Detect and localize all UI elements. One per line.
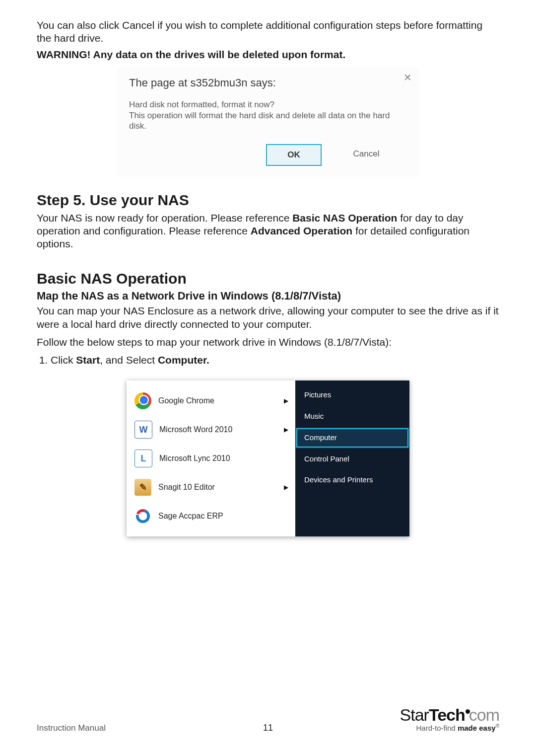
start-item-label: Microsoft Word 2010 bbox=[159, 425, 232, 435]
sage-icon bbox=[134, 508, 151, 525]
start-right-devices-printers[interactable]: Devices and Printers bbox=[295, 469, 409, 491]
start-right-pictures[interactable]: Pictures bbox=[295, 384, 409, 406]
close-icon[interactable]: ✕ bbox=[402, 72, 413, 83]
step-item-1: Click Start, and Select Computer. bbox=[51, 354, 499, 367]
snagit-icon: ✎ bbox=[134, 479, 151, 496]
text: Your NAS is now ready for operation. Ple… bbox=[37, 212, 292, 224]
step5-paragraph: Your NAS is now ready for operation. Ple… bbox=[37, 212, 499, 251]
page-number: 11 bbox=[37, 722, 499, 734]
ref-advanced-operation: Advanced Operation bbox=[251, 225, 352, 236]
map-drive-p2: Follow the below steps to map your netwo… bbox=[37, 336, 499, 349]
start-menu-left-pane: Google Chrome ▶ W Microsoft Word 2010 ▶ … bbox=[127, 380, 295, 536]
cancel-button[interactable]: Cancel bbox=[339, 144, 393, 164]
logo-part-tech: Tech bbox=[429, 705, 465, 724]
start-item-label: Sage Accpac ERP bbox=[158, 511, 223, 521]
intro-paragraph: You can also click Cancel if you wish to… bbox=[37, 19, 499, 45]
ok-button[interactable]: OK bbox=[266, 144, 322, 166]
dialog-title: The page at s352bmu3n says: bbox=[129, 76, 407, 90]
ref-start: Start bbox=[76, 354, 100, 366]
submenu-arrow-icon: ▶ bbox=[284, 426, 288, 434]
start-item-label: Google Chrome bbox=[158, 396, 214, 406]
logo-dot-icon bbox=[466, 709, 470, 714]
warning-text: WARNING! Any data on the drives will be … bbox=[37, 48, 499, 61]
logo-part-com: com bbox=[469, 705, 499, 724]
word-icon: W bbox=[134, 421, 152, 439]
start-menu-screenshot: Google Chrome ▶ W Microsoft Word 2010 ▶ … bbox=[37, 380, 499, 536]
text: , and Select bbox=[100, 354, 158, 366]
format-dialog-screenshot: ✕ The page at s352bmu3n says: Hard disk … bbox=[37, 67, 499, 177]
submenu-arrow-icon: ▶ bbox=[284, 397, 288, 405]
start-menu-right-pane: Pictures Music Computer Control Panel De… bbox=[295, 380, 409, 536]
start-item-sage[interactable]: Sage Accpac ERP bbox=[127, 502, 295, 530]
chrome-icon bbox=[134, 392, 151, 409]
start-item-chrome[interactable]: Google Chrome ▶ bbox=[127, 386, 295, 415]
submenu-arrow-icon: ▶ bbox=[284, 484, 288, 491]
start-item-label: Microsoft Lync 2010 bbox=[159, 454, 230, 463]
text: Click bbox=[51, 354, 76, 366]
start-item-lync[interactable]: L Microsoft Lync 2010 bbox=[127, 444, 295, 473]
map-drive-p1: You can map your NAS Enclosure as a netw… bbox=[37, 304, 499, 331]
dialog-line1: Hard disk not formatted, format it now? bbox=[129, 100, 274, 109]
start-right-control-panel[interactable]: Control Panel bbox=[295, 449, 409, 470]
start-right-music[interactable]: Music bbox=[295, 406, 409, 427]
start-item-word[interactable]: W Microsoft Word 2010 ▶ bbox=[127, 415, 295, 444]
lync-icon: L bbox=[134, 450, 152, 467]
ref-computer: Computer. bbox=[158, 354, 209, 366]
dialog-line2: This operation will format the hard disk… bbox=[129, 111, 390, 131]
start-right-computer[interactable]: Computer bbox=[295, 427, 409, 449]
steps-list: Click Start, and Select Computer. bbox=[37, 354, 499, 367]
ref-basic-nas-operation: Basic NAS Operation bbox=[292, 212, 397, 224]
map-drive-subheading: Map the NAS as a Network Drive in Window… bbox=[37, 289, 499, 303]
logo-part-star: Star bbox=[400, 705, 429, 724]
start-item-label: Snagit 10 Editor bbox=[158, 482, 215, 492]
start-item-snagit[interactable]: ✎ Snagit 10 Editor ▶ bbox=[127, 473, 295, 502]
dialog-message: Hard disk not formatted, format it now? … bbox=[129, 99, 407, 131]
basic-nas-heading: Basic NAS Operation bbox=[37, 269, 499, 288]
browser-alert-dialog: ✕ The page at s352bmu3n says: Hard disk … bbox=[117, 67, 419, 177]
step5-heading: Step 5. Use your NAS bbox=[37, 191, 499, 210]
